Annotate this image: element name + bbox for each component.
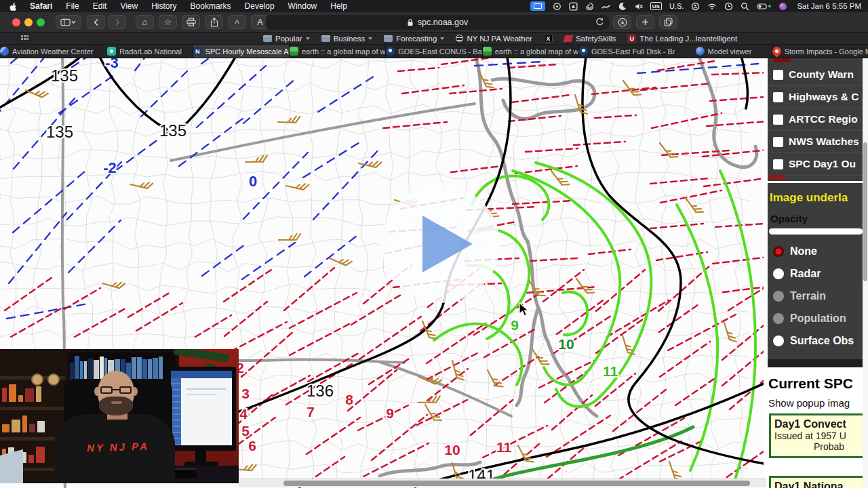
checkbox-row[interactable]: County Warn xyxy=(768,64,863,86)
horizontal-scrollbar[interactable] xyxy=(239,479,766,487)
checkbox[interactable] xyxy=(773,92,783,102)
home-button[interactable]: ⌂ xyxy=(136,15,154,29)
tab-3[interactable]: NSPC Hourly Mesoscale An... xyxy=(193,45,289,58)
tab-6[interactable]: earth :: a global map of wi... xyxy=(482,45,578,58)
monitor-screen-text xyxy=(186,394,216,395)
radio-button[interactable] xyxy=(773,313,784,324)
radio-row-population[interactable]: Population xyxy=(768,307,863,329)
forward-button[interactable] xyxy=(108,15,126,29)
hurricane-icon[interactable] xyxy=(585,2,594,11)
video-play-overlay[interactable] xyxy=(382,185,500,303)
downloads-button[interactable] xyxy=(613,15,631,29)
sidebar-toggle-button[interactable] xyxy=(56,15,81,29)
radio-button[interactable] xyxy=(773,291,784,302)
clock-icon[interactable] xyxy=(724,2,733,11)
mute-icon[interactable] xyxy=(634,2,643,11)
radio-button[interactable] xyxy=(773,268,784,279)
checkbox-row[interactable]: NWS Watches xyxy=(768,131,863,153)
chevron-down-icon xyxy=(440,37,444,40)
user-icon[interactable] xyxy=(691,2,700,11)
checkbox[interactable] xyxy=(773,115,783,125)
share-button[interactable] xyxy=(205,15,223,29)
menu-bookmarks[interactable]: Bookmarks xyxy=(191,1,231,11)
tab-2[interactable]: RadarLab National xyxy=(96,45,192,58)
print-button[interactable] xyxy=(182,15,200,29)
radio-row-none[interactable]: None xyxy=(768,240,863,262)
menu-develop[interactable]: Develop xyxy=(245,1,275,11)
wifi-icon[interactable] xyxy=(707,2,717,10)
favorites-button[interactable]: ☆ xyxy=(159,15,177,29)
shield-icon[interactable] xyxy=(569,2,578,11)
radio-button[interactable] xyxy=(773,246,784,257)
menu-safari[interactable]: Safari xyxy=(30,1,52,11)
bookmark-business[interactable]: Business xyxy=(321,35,373,43)
minimize-window-button[interactable] xyxy=(24,18,33,26)
tab-8[interactable]: Model viewer xyxy=(675,45,771,58)
bookmark-popular[interactable]: Popular xyxy=(263,35,310,43)
url-text: spc.noaa.gov xyxy=(418,18,468,27)
checkbox[interactable] xyxy=(773,159,783,169)
close-window-button[interactable] xyxy=(12,18,20,26)
menu-edit[interactable]: Edit xyxy=(93,1,107,11)
search-icon[interactable] xyxy=(741,2,749,11)
tab-4[interactable]: earth :: a global map of wi... xyxy=(289,45,385,58)
menubar-clock[interactable]: Sat Jan 6 5:55 PM xyxy=(797,2,861,10)
address-bar[interactable]: spc.noaa.gov xyxy=(266,15,609,30)
grid-icon[interactable] xyxy=(20,35,28,43)
earth-tab-icon xyxy=(483,47,492,56)
menu-view[interactable]: View xyxy=(120,1,138,11)
vertical-scrollbar[interactable] xyxy=(863,58,868,488)
day1-convective-outlook-box[interactable]: Day1 Convect Issued at 1957 U Probab xyxy=(769,413,863,458)
bookmark-the-leading-j-leantelligent[interactable]: UThe Leading J...leantelligent xyxy=(627,34,737,43)
bookmark-safetyskills[interactable]: SafetySkills xyxy=(564,35,616,43)
tab-1[interactable]: Aviation Weather Center G... xyxy=(0,45,96,58)
shelf-item xyxy=(22,415,27,432)
bookmark-ny-nj-pa-weather[interactable]: NY NJ PA Weather xyxy=(456,35,532,43)
bookmark-label: Forecasting xyxy=(396,35,437,43)
radio-row-surface-obs[interactable]: Surface Obs xyxy=(768,329,863,352)
menu-history[interactable]: History xyxy=(151,1,176,11)
menu-window[interactable]: Window xyxy=(288,1,317,11)
bookmark-x[interactable]: X xyxy=(544,34,553,43)
checkbox[interactable] xyxy=(773,70,783,80)
radio-label: Surface Obs xyxy=(790,335,854,347)
popup-image-link[interactable]: Show popup imag xyxy=(768,397,850,409)
tab-9[interactable]: Storm Impacts - Google M... xyxy=(772,45,868,58)
back-button[interactable] xyxy=(87,15,105,29)
chevron-down-icon xyxy=(306,37,310,40)
tab-overview-button[interactable] xyxy=(659,15,677,29)
focus-icon[interactable] xyxy=(553,2,561,11)
checkbox-row[interactable]: SPC Day1 Ou xyxy=(768,153,863,176)
moon-icon[interactable] xyxy=(618,2,627,11)
checkbox-row[interactable]: Highways & C xyxy=(768,86,863,108)
radio-button[interactable] xyxy=(773,336,784,346)
zoom-window-button[interactable] xyxy=(37,18,45,26)
tab-7[interactable]: GOES-East Full Disk - Ban... xyxy=(578,45,675,58)
menu-file[interactable]: File xyxy=(66,1,79,11)
horizontal-scrollbar-thumb[interactable] xyxy=(283,481,750,486)
radio-row-radar[interactable]: Radar xyxy=(768,262,863,285)
vertical-scrollbar-thumb[interactable] xyxy=(863,142,867,281)
vpn-icon[interactable] xyxy=(601,2,610,11)
toggle-icon[interactable] xyxy=(757,3,771,10)
shelf-item xyxy=(9,384,16,402)
decrease-text-button[interactable]: A xyxy=(228,15,246,29)
input-source-icon[interactable]: US xyxy=(650,2,662,10)
day1-national-box[interactable]: Day1 Nationa xyxy=(769,476,863,488)
reload-icon[interactable] xyxy=(595,18,604,26)
menu-help[interactable]: Help xyxy=(330,1,347,11)
opacity-slider[interactable] xyxy=(769,228,863,235)
contour-label: -3 xyxy=(105,58,119,71)
siri-icon[interactable] xyxy=(778,2,787,11)
checkbox[interactable] xyxy=(773,137,783,147)
contour-label: 135 xyxy=(51,66,78,85)
radio-row-terrain[interactable]: Terrain xyxy=(768,285,863,307)
new-tab-button[interactable] xyxy=(636,15,654,29)
checkbox-label: ARTCC Regio xyxy=(789,113,858,125)
apple-menu-icon[interactable] xyxy=(9,2,18,10)
input-source-label[interactable]: U.S. xyxy=(669,2,684,10)
screen-mirroring-icon[interactable] xyxy=(530,1,545,11)
tab-5[interactable]: GOES-East CONUS - Ban... xyxy=(385,45,481,58)
bookmark-forecasting[interactable]: Forecasting xyxy=(384,35,444,43)
checkbox-row[interactable]: ARTCC Regio xyxy=(768,108,863,131)
